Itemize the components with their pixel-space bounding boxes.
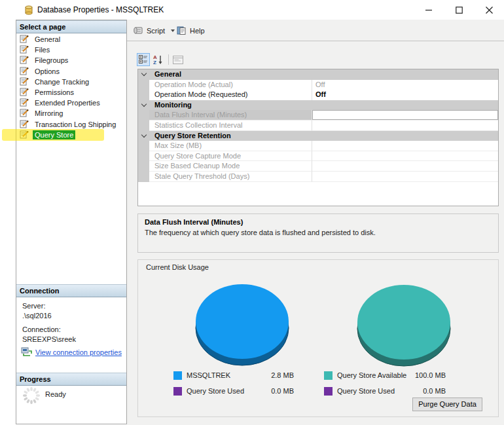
sidebar-item-filegroups[interactable]: Filegroups — [16, 55, 126, 65]
grid-row-operation-mode-requested[interactable]: Operation Mode (Requested)Off — [138, 90, 498, 100]
property-value[interactable] — [312, 141, 498, 151]
dialog-toolbar: Script Help — [127, 20, 504, 41]
legend-value: 100.0 MB — [415, 371, 446, 379]
property-grid: GeneralOperation Mode (Actual)OffOperati… — [137, 69, 499, 206]
property-label: Operation Mode (Actual) — [149, 80, 312, 91]
sidebar-item-extended-properties[interactable]: Extended Properties — [16, 98, 126, 108]
minimize-icon — [425, 7, 433, 14]
sidebar-item-label: Permissions — [33, 88, 76, 97]
purge-query-data-button[interactable]: Purge Query Data — [412, 397, 482, 411]
minimize-button[interactable] — [414, 0, 444, 20]
sidebar-item-label: Extended Properties — [33, 98, 102, 107]
help-book-icon — [177, 26, 187, 35]
connection-value: SREEXPS\sreek — [22, 335, 76, 343]
legend-swatch — [173, 371, 182, 380]
grid-category-label: Monitoring — [149, 100, 498, 111]
property-grid-toolbar: A Z — [137, 53, 186, 66]
sidebar-item-options[interactable]: Options — [16, 66, 126, 77]
maximize-button[interactable] — [444, 0, 474, 20]
alphabetical-sort-button[interactable]: A Z — [151, 53, 164, 66]
sidebar-item-mirroring[interactable]: Mirroring — [16, 108, 126, 119]
legend-swatch — [173, 387, 182, 396]
sidebar-item-label: Options — [33, 67, 62, 76]
script-scroll-icon — [133, 26, 143, 35]
maximize-icon — [456, 7, 463, 14]
property-description-text: The frequency at which query store data … — [145, 229, 492, 236]
server-value: .\sql2016 — [22, 312, 52, 320]
sidebar-item-query-store[interactable]: Query Store — [16, 130, 126, 140]
row-gutter — [138, 172, 149, 182]
sidebar-item-label: Filegroups — [33, 56, 70, 65]
close-icon — [486, 7, 493, 14]
legend-label: Query Store Available — [337, 371, 406, 379]
collapse-chevron-icon[interactable] — [138, 100, 149, 111]
main-panel: Script Help — [127, 20, 504, 425]
property-value[interactable] — [312, 161, 498, 172]
property-label: Stale Query Threshold (Days) — [149, 172, 312, 182]
sidebar-item-label: Files — [33, 45, 52, 54]
grid-row-query-store-capture-mode[interactable]: Query Store Capture Mode — [138, 151, 498, 162]
row-gutter — [138, 80, 149, 91]
sidebar-item-files[interactable]: Files — [16, 45, 126, 55]
property-value[interactable] — [312, 172, 498, 182]
property-value[interactable]: Off — [312, 80, 498, 91]
property-description-panel: Data Flush Interval (Minutes) The freque… — [137, 213, 499, 253]
row-gutter — [138, 110, 149, 120]
property-value[interactable]: Off — [312, 90, 498, 101]
grid-row-data-flush-interval-minutes[interactable]: Data Flush Interval (Minutes) — [138, 110, 498, 120]
property-value[interactable] — [312, 151, 498, 162]
grid-category-query-store-retention[interactable]: Query Store Retention — [138, 131, 498, 141]
sidebar-item-change-tracking[interactable]: Change Tracking — [16, 77, 126, 87]
property-value[interactable] — [312, 110, 498, 120]
grid-category-monitoring[interactable]: Monitoring — [138, 100, 498, 111]
sidebar-item-transaction-log-shipping[interactable]: Transaction Log Shipping — [16, 119, 126, 130]
legend-swatch — [324, 371, 333, 380]
toolbar-separator — [168, 54, 169, 65]
legend-value: 0.0 MB — [423, 387, 446, 395]
page-icon — [19, 130, 29, 139]
chevron-down-icon — [141, 102, 146, 107]
legend-entry: MSSQLTREK2.8 MB — [173, 371, 294, 380]
legend-entry: Query Store Available100.0 MB — [324, 371, 446, 380]
page-icon — [19, 109, 29, 118]
categorized-view-button[interactable] — [137, 53, 150, 66]
progress-header: Progress — [16, 373, 126, 386]
sidebar-item-permissions[interactable]: Permissions — [16, 87, 126, 98]
script-label: Script — [147, 27, 165, 35]
database-icon — [24, 5, 34, 15]
page-icon — [19, 88, 29, 97]
row-gutter — [138, 90, 149, 101]
grid-row-operation-mode-actual[interactable]: Operation Mode (Actual)Off — [138, 80, 498, 90]
connection-label: Connection: — [22, 325, 61, 333]
view-connection-properties-link[interactable]: View connection properties — [21, 347, 122, 357]
page-icon — [19, 98, 29, 107]
page-icon — [19, 35, 29, 44]
legend-value: 0.0 MB — [271, 387, 294, 395]
page-icon — [19, 56, 29, 65]
sidebar-item-list: GeneralFilesFilegroupsOptionsChange Trac… — [16, 34, 126, 140]
connection-header: Connection — [16, 284, 126, 297]
row-gutter — [138, 151, 149, 162]
grid-row-size-based-cleanup-mode[interactable]: Size Based Cleanup Mode — [138, 161, 498, 172]
sidebar-item-label: Query Store — [33, 130, 75, 139]
sidebar-item-general[interactable]: General — [16, 34, 126, 45]
collapse-chevron-icon[interactable] — [138, 69, 149, 80]
grid-row-statistics-collection-interval[interactable]: Statistics Collection Interval — [138, 120, 498, 131]
grid-row-max-size-mb[interactable]: Max Size (MB) — [138, 141, 498, 151]
close-button[interactable] — [474, 0, 504, 20]
sidebar-item-label: Mirroring — [33, 109, 65, 118]
current-disk-usage-groupbox: Current Disk Usage Purge Query Data MSSQ… — [137, 259, 499, 417]
grid-category-label: General — [149, 69, 498, 80]
script-button[interactable]: Script — [131, 24, 177, 37]
property-value[interactable] — [312, 120, 498, 131]
collapse-chevron-icon[interactable] — [138, 131, 149, 141]
page-icon — [19, 77, 29, 86]
grid-category-general[interactable]: General — [138, 69, 498, 80]
property-label: Operation Mode (Requested) — [149, 90, 312, 101]
property-label: Statistics Collection Interval — [149, 120, 312, 131]
help-button[interactable]: Help — [175, 24, 207, 37]
sidebar-item-label: Change Tracking — [33, 77, 91, 86]
property-label: Max Size (MB) — [149, 141, 312, 151]
legend-label: MSSQLTREK — [187, 371, 230, 379]
grid-row-stale-query-threshold-days[interactable]: Stale Query Threshold (Days) — [138, 172, 498, 182]
